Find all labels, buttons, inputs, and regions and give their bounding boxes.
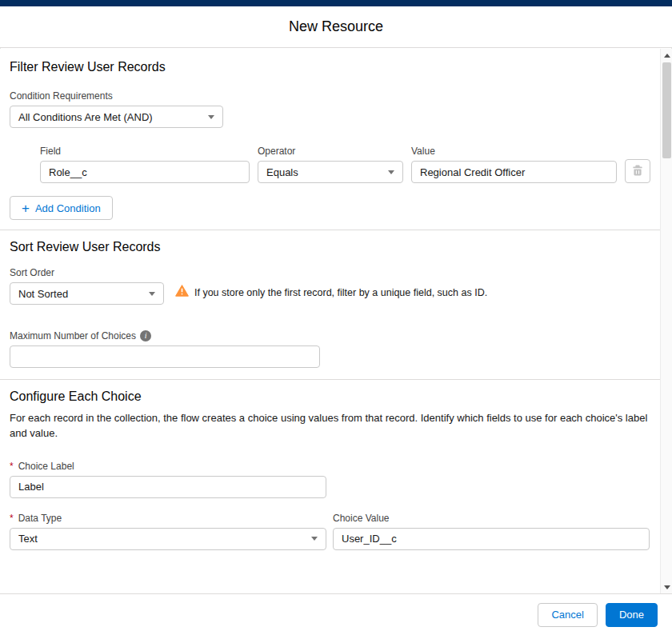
done-button[interactable]: Done [606,603,658,627]
value-input[interactable] [411,161,617,183]
warning-text: If you store only the first record, filt… [194,287,487,298]
sort-order-label: Sort Order [10,267,164,278]
data-type-value: Text [18,533,38,545]
required-marker: * [10,461,14,472]
operator-select[interactable]: Equals [258,161,403,183]
choice-value-label: Choice Value [333,513,650,524]
info-icon[interactable]: i [140,330,151,341]
data-type-group: *Data Type Text [10,513,326,550]
operator-label: Operator [258,146,403,157]
delete-condition-button[interactable] [625,159,650,183]
operator-group: Operator Equals [258,146,403,183]
filter-section-heading: Filter Review User Records [10,60,650,74]
down-arrow-icon [664,585,670,589]
sort-order-select[interactable]: Not Sorted [10,282,164,305]
app-header-bar [0,0,672,6]
choice-section-description: For each record in the collection, the f… [10,411,650,441]
add-condition-label: Add Condition [35,202,101,214]
modal-title: New Resource [289,18,383,35]
choice-value-group: Choice Value [333,513,650,550]
configure-choice-section: Configure Each Choice For each record in… [10,389,650,550]
section-divider [0,379,660,380]
data-type-label: *Data Type [10,513,326,524]
warning-icon [175,285,189,300]
max-choices-label: Maximum Number of Choices i [10,330,320,341]
field-input[interactable] [40,161,250,183]
choice-section-heading: Configure Each Choice [10,389,650,404]
trash-icon [632,165,643,178]
sort-warning: If you store only the first record, filt… [175,285,487,300]
modal-header: New Resource [0,6,672,48]
scroll-up-arrow[interactable] [661,49,672,62]
cancel-button[interactable]: Cancel [538,603,597,627]
chevron-down-icon [388,170,394,174]
data-type-select[interactable]: Text [10,528,326,550]
chevron-down-icon [208,115,214,119]
condition-requirements-value: All Conditions Are Met (AND) [18,111,153,123]
plus-icon: + [22,202,30,215]
value-label: Value [411,146,617,157]
filter-section: Filter Review User Records Condition Req… [10,60,650,220]
operator-value: Equals [266,166,298,178]
modal-footer: Cancel Done [0,593,672,635]
choice-label-label: *Choice Label [10,461,326,472]
max-choices-label-text: Maximum Number of Choices [10,330,136,341]
field-group: Field [40,146,250,183]
choice-label-text: Choice Label [18,461,74,472]
condition-requirements-label: Condition Requirements [10,90,223,102]
max-choices-group: Maximum Number of Choices i [10,330,320,368]
sort-section: Sort Review User Records Sort Order Not … [10,240,650,368]
condition-row: Field Operator Equals Value [40,146,650,183]
modal-body: Filter Review User Records Condition Req… [0,49,660,593]
chevron-down-icon [311,537,318,541]
sort-order-value: Not Sorted [18,288,68,300]
sort-order-row: Sort Order Not Sorted If you store only … [10,267,650,305]
new-resource-modal: New Resource Filter Review User Records … [0,0,672,635]
scrollbar-thumb[interactable] [662,62,671,158]
choice-label-input[interactable] [10,476,326,498]
data-type-row: *Data Type Text Choice Value [10,513,650,550]
add-condition-button[interactable]: + Add Condition [10,196,113,220]
condition-requirements-select[interactable]: All Conditions Are Met (AND) [10,106,223,128]
condition-requirements-group: Condition Requirements All Conditions Ar… [10,90,223,128]
max-choices-input[interactable] [10,345,320,368]
section-divider [0,230,660,230]
value-group: Value [411,146,617,183]
choice-value-input[interactable] [333,528,650,550]
required-marker: * [10,513,14,524]
up-arrow-icon [664,54,670,58]
sort-section-heading: Sort Review User Records [10,240,650,254]
scroll-down-arrow[interactable] [661,581,672,593]
vertical-scrollbar[interactable] [660,49,672,593]
chevron-down-icon [149,292,155,296]
choice-label-group: *Choice Label [10,461,326,498]
field-label: Field [40,146,250,157]
sort-order-group: Sort Order Not Sorted [10,267,164,305]
data-type-label-text: Data Type [18,513,62,524]
